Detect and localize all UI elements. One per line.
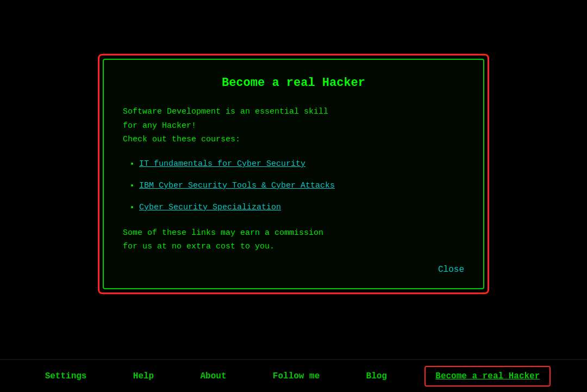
close-button[interactable]: Close: [438, 265, 464, 275]
modal-disclaimer: Some of these links may earn a commissio…: [123, 226, 464, 254]
modal-intro: Software Development is an essential ski…: [123, 105, 464, 147]
main-content: Become a real Hacker Software Developmen…: [0, 0, 587, 348]
course-item-2: IBM Cyber Security Tools & Cyber Attacks: [139, 179, 464, 192]
course-link-2[interactable]: IBM Cyber Security Tools & Cyber Attacks: [139, 181, 335, 190]
course-item-1: IT fundamentals for Cyber Security: [139, 158, 464, 171]
modal-title: Become a real Hacker: [123, 76, 464, 90]
nav-settings[interactable]: Settings: [36, 367, 96, 385]
disclaimer-line2: for us at no extra cost to you.: [123, 242, 274, 251]
nav-follow[interactable]: Follow me: [264, 367, 328, 385]
modal-intro-line1: Software Development is an essential ski…: [123, 107, 328, 116]
modal-close-row: Close: [123, 265, 464, 275]
course-list: IT fundamentals for Cyber Security IBM C…: [123, 158, 464, 214]
nav-about[interactable]: About: [192, 367, 235, 385]
course-link-3[interactable]: Cyber Security Specialization: [139, 203, 281, 212]
bottom-nav: Settings Help About Follow me Blog Becom…: [0, 359, 587, 392]
modal-intro-line2: for any Hacker!: [123, 121, 196, 130]
nav-blog[interactable]: Blog: [358, 367, 396, 385]
modal-intro-line3: Check out these courses:: [123, 135, 240, 144]
nav-become-hacker[interactable]: Become a real Hacker: [424, 366, 551, 387]
course-link-1[interactable]: IT fundamentals for Cyber Security: [139, 159, 305, 169]
course-item-3: Cyber Security Specialization: [139, 201, 464, 214]
modal-inner: Become a real Hacker Software Developmen…: [103, 59, 484, 289]
disclaimer-line1: Some of these links may earn a commissio…: [123, 228, 323, 238]
modal-outer: Become a real Hacker Software Developmen…: [98, 54, 489, 294]
modal-body: Software Development is an essential ski…: [123, 105, 464, 275]
nav-help[interactable]: Help: [124, 367, 163, 385]
